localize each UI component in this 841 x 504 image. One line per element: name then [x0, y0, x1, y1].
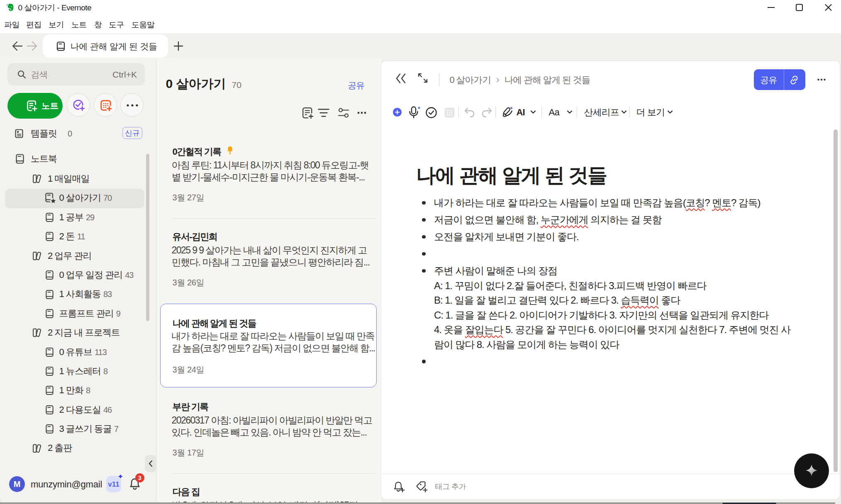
sidebar-notebook-prompt[interactable]: 프롬프트 관리9	[0, 304, 156, 323]
sort-filter-icon[interactable]	[318, 107, 329, 119]
menu-file[interactable]: 파일	[4, 17, 20, 33]
menu-tools[interactable]: 도구	[109, 17, 124, 33]
note-list-more-icon[interactable]	[357, 107, 368, 119]
sidebar-notebook-gongbu[interactable]: 1 공부29	[0, 208, 156, 227]
note-card-title: 유서-김민희	[173, 231, 217, 243]
sidebar-more-button[interactable]	[120, 93, 144, 117]
add-tag-placeholder[interactable]: 태그 추가	[435, 474, 466, 499]
expand-note-icon[interactable]	[418, 73, 428, 83]
menu-edit[interactable]: 편집	[26, 17, 41, 33]
sidebar-stack-chulpan[interactable]: 2 출판	[0, 438, 156, 458]
notebook-label: 0 업무 일정 관리43	[59, 265, 134, 285]
toolbar-divider	[495, 106, 496, 118]
menu-view[interactable]: 보기	[49, 17, 64, 33]
search-input[interactable]: 검색 Ctrl+K	[7, 63, 145, 85]
note-card[interactable]: 유서-김민희 2025 9 9 살아가는 내내 삶이 무엇인지 진지하게 고 민…	[156, 219, 381, 304]
more-menu-label[interactable]: 더 보기	[636, 102, 665, 122]
sidebar-notebook-iljeong[interactable]: 0 업무 일정 관리43	[0, 265, 156, 285]
bullet-item[interactable]: 주변 사람이 말해준 나의 장점 A: 1. 꾸밈이 없다 2.잘 들어준다, …	[416, 263, 796, 352]
redo-icon	[481, 107, 492, 117]
bullet-item[interactable]: 내가 하라는 대로 잘 따라오는 사람들이 보일 때 만족감 높음(코칭? 멘토…	[416, 195, 796, 210]
sidebar-notebook-geulsseugi[interactable]: 3 글쓰기 동굴7	[0, 419, 156, 438]
nav-back-button[interactable]	[10, 39, 23, 53]
sidebar-item-notebooks[interactable]: 노트북	[0, 149, 156, 169]
new-event-button[interactable]	[94, 93, 117, 117]
sidebar-notebook-newsletter[interactable]: 1 뉴스레터8	[0, 362, 156, 381]
notebook-tree: 1 매일매일 0 살아가기70 1 공부29	[0, 169, 156, 458]
nav-forward-button[interactable]	[26, 39, 39, 53]
note-card[interactable]: 부란 기록 20260317 아침: 아빌리파이 아빌리파이 반알만 먹고 있다…	[156, 389, 381, 474]
collapse-panel-icon[interactable]	[395, 73, 406, 84]
note-title[interactable]: 나에 관해 알게 된 것들	[416, 163, 796, 188]
note-list-share-link[interactable]: 공유	[348, 80, 364, 91]
note-card-preview: 20260317 아침: 아빌리파이 아빌리파이 반알만 먹고 있다. 인데놀은…	[172, 414, 372, 439]
taskbar-strip	[0, 502, 841, 504]
note-card-title: 나에 관해 알게 된 것들	[173, 317, 256, 330]
note-content[interactable]: 나에 관해 알게 된 것들 내가 하라는 대로 잘 따라오는 사람들이 보일 때…	[416, 163, 796, 371]
sidebar-item-templates[interactable]: 템플릿 0 신규	[0, 124, 156, 144]
notebook-star-icon	[45, 192, 56, 204]
task-check-icon[interactable]	[426, 107, 437, 118]
sidebar-notebook-saragagi[interactable]: 0 살아가기70	[0, 188, 156, 207]
bullet-item[interactable]	[416, 246, 796, 261]
pin-icon	[227, 146, 234, 155]
notebooks-label: 노트북	[31, 149, 57, 169]
new-note-button[interactable]: 노트	[7, 93, 63, 119]
note-card[interactable]: 0간헐적 기록 아침 루틴: 11시부터 8시까지 취침 8:00 듀오링고-햇…	[156, 134, 381, 219]
account-row[interactable]: M munzymin@gmail v11 3	[0, 476, 156, 492]
reminder-bell-icon[interactable]	[392, 480, 406, 494]
bullet-item[interactable]	[416, 354, 796, 369]
share-link-icon[interactable]	[789, 75, 800, 85]
note-card-preview: 2025 9 9 살아가는 내내 삶이 무엇인지 진지하게 고 민했다. 마침내…	[172, 244, 370, 269]
menu-window[interactable]: 창	[94, 17, 102, 33]
note-card-preview: 내가 하라는 대로 잘 따라오는 사람들이 보일 때 만족 감 높음(코칭? 멘…	[172, 330, 375, 355]
ai-menu-label[interactable]: AI	[517, 102, 525, 122]
sidebar-collapse-button[interactable]	[145, 455, 156, 472]
new-task-button[interactable]	[67, 93, 90, 117]
voice-ai-icon[interactable]	[408, 106, 422, 119]
menu-note[interactable]: 노트	[71, 17, 87, 33]
menu-help[interactable]: 도움말	[132, 17, 154, 33]
tab-active[interactable]: 나에 관해 알게 된 것들	[43, 34, 168, 58]
sidebar-scrollbar[interactable]	[146, 154, 149, 321]
minimize-button[interactable]	[762, 0, 781, 15]
sidebar-notebook-dayongdo[interactable]: 2 다용도실46	[0, 400, 156, 419]
maximize-button[interactable]	[790, 0, 809, 15]
bullet-item[interactable]: 저금이 없으면 불안해 함, 누군가에게 의지하는 걸 못함	[416, 212, 796, 227]
editor-scrollbar[interactable]	[834, 129, 838, 472]
breadcrumb-notebook[interactable]: 0 살아가기	[450, 75, 491, 85]
format-menu-label[interactable]: Aa	[549, 102, 559, 122]
note-more-icon[interactable]	[817, 75, 826, 85]
insert-plus-icon[interactable]	[393, 108, 402, 117]
sidebar-stack-project[interactable]: 2 지금 내 프로젝트	[0, 323, 156, 342]
sidebar-notebook-manhwa[interactable]: 1 만화8	[0, 381, 156, 400]
templates-new-badge[interactable]: 신규	[122, 127, 142, 139]
note-card[interactable]: 다음 집 방 3개, 화장실 2개, 거실, 부엌, 베란다(미닫)25평...	[156, 474, 381, 502]
sidebar-stack-maeil[interactable]: 1 매일매일	[0, 169, 156, 188]
font-menu-label[interactable]: 산세리프	[584, 102, 619, 122]
share-label: 공유	[754, 69, 784, 90]
note-card-selected[interactable]: 나에 관해 알게 된 것들 내가 하라는 대로 잘 따라오는 사람들이 보일 때…	[156, 304, 381, 389]
avatar[interactable]: M	[9, 476, 25, 492]
add-tag-icon[interactable]	[415, 480, 429, 494]
new-tab-button[interactable]	[173, 41, 184, 51]
note-list-title: 0 살아가기70	[166, 75, 241, 93]
breadcrumb-separator: ›	[496, 70, 499, 89]
toolbar-divider	[577, 106, 577, 118]
sidebar-notebook-don[interactable]: 2 돈11	[0, 227, 156, 246]
sidebar-stack-upmu[interactable]: 2 업무 관리	[0, 246, 156, 265]
search-icon	[17, 69, 27, 79]
display-options-icon[interactable]	[338, 107, 349, 119]
ai-edit-icon[interactable]	[501, 106, 514, 119]
note-card-preview: 아침 루틴: 11시부터 8시까지 취침 8:00 듀오링고-햇 볕 받기-물세…	[172, 159, 369, 184]
share-button[interactable]: 공유	[754, 69, 805, 90]
close-button[interactable]	[819, 0, 838, 15]
sidebar-notebook-sahoe[interactable]: 1 사회활동83	[0, 285, 156, 304]
sidebar-notebook-youtube[interactable]: 0 유튜브113	[0, 343, 156, 362]
app-window: 0 살아가기 - Evernote 파일 편집 보기 노트 창 도구 도움말	[0, 0, 841, 502]
add-note-icon[interactable]	[302, 107, 314, 119]
bullet-item[interactable]: 오전을 알차게 보내면 기분이 좋다.	[416, 229, 796, 244]
search-placeholder: 검색	[31, 63, 47, 85]
ai-assistant-button[interactable]	[794, 453, 829, 489]
notebook-label: 2 돈11	[59, 227, 85, 246]
